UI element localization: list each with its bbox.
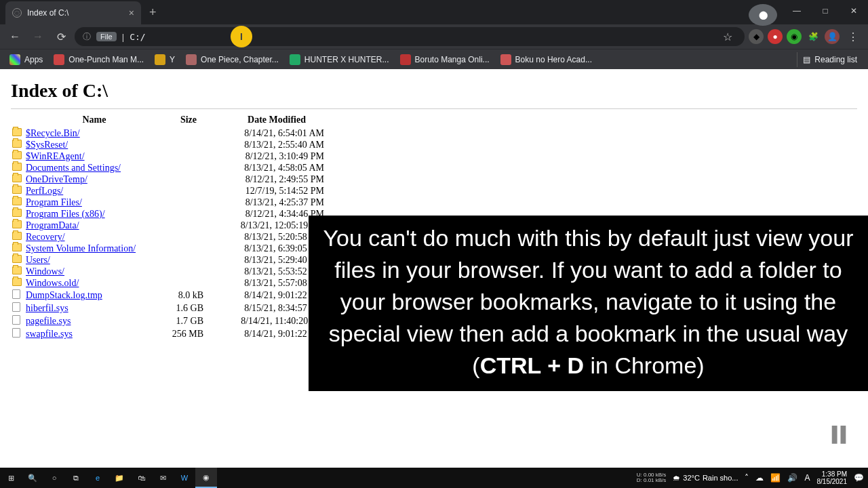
language-icon[interactable]: A — [804, 473, 810, 483]
entry-link[interactable]: Windows/ — [26, 266, 64, 277]
entry-size — [160, 266, 228, 278]
chrome-menu-icon[interactable]: ⋮ — [844, 30, 863, 43]
entry-date: 12/7/19, 5:14:52 PM — [228, 186, 336, 197]
bookmarks-bar: Apps One-Punch Man M...YOne Piece, Chapt… — [0, 49, 868, 69]
entry-date: 8/13/21, 2:55:40 AM — [228, 140, 336, 151]
entry-link[interactable]: Recovery/ — [26, 232, 65, 242]
wifi-icon[interactable]: 📶 — [770, 473, 781, 483]
reload-button[interactable]: ⟳ — [52, 27, 71, 46]
page-title: Index of C:\ — [11, 80, 857, 102]
entry-link[interactable]: Program Files/ — [26, 197, 82, 207]
entry-link[interactable]: System Volume Information/ — [26, 243, 136, 253]
weather-icon: 🌧 — [673, 474, 680, 482]
table-row: Users/8/13/21, 5:29:40 AM — [11, 255, 336, 266]
start-button[interactable]: ⊞ — [0, 468, 22, 488]
entry-link[interactable]: pagefile.sys — [26, 316, 71, 326]
entry-link[interactable]: $Recycle.Bin/ — [26, 128, 80, 138]
table-row: hiberfil.sys1.6 GB8/15/21, 8:34:57 AM — [11, 302, 336, 315]
cortana-icon[interactable]: ○ — [43, 468, 65, 488]
table-row: PerfLogs/12/7/19, 5:14:52 PM — [11, 186, 336, 197]
entry-link[interactable]: PerfLogs/ — [26, 186, 63, 196]
word-icon[interactable]: W — [174, 468, 195, 488]
folder-icon — [12, 128, 22, 136]
page-content: Index of C:\ Name Size Date Modified $Re… — [0, 69, 868, 468]
clock[interactable]: 1:38 PM 8/15/2021 — [817, 470, 848, 485]
bookmark-star-icon[interactable]: ☆ — [719, 30, 736, 43]
entry-link[interactable]: ProgramData/ — [26, 220, 79, 230]
tray-chevron-icon[interactable]: ˄ — [745, 473, 749, 483]
extension-icon-2[interactable]: ● — [768, 29, 783, 44]
titlebar: ◌ Index of C:\ × + ⬤ — □ ✕ — [0, 0, 868, 24]
folder-icon — [12, 209, 22, 217]
entry-size — [160, 163, 228, 174]
address-bar[interactable]: ⓘ File | C:/ I ☆ — [75, 27, 745, 46]
bookmark-item[interactable]: HUNTER X HUNTER... — [285, 52, 393, 68]
search-icon[interactable]: 🔍 — [22, 468, 43, 488]
extensions-puzzle-icon[interactable]: 🧩 — [806, 29, 821, 44]
entry-link[interactable]: Program Files (x86)/ — [26, 209, 105, 219]
url-text: C:/ — [130, 32, 145, 42]
mail-icon[interactable]: ✉ — [152, 468, 174, 488]
bookmark-item[interactable]: Boku no Hero Acad... — [496, 52, 596, 68]
bookmark-item[interactable]: Boruto Manga Onli... — [396, 52, 494, 68]
extension-icon-3[interactable]: ◉ — [787, 29, 802, 44]
entry-link[interactable]: Windows.old/ — [26, 278, 79, 288]
entry-date: 8/14/21, 6:54:01 AM — [228, 128, 336, 140]
col-size: Size — [160, 113, 228, 128]
entry-date: 8/13/21, 4:58:05 AM — [228, 163, 336, 174]
entry-link[interactable]: Users/ — [26, 255, 50, 265]
close-window-button[interactable]: ✕ — [840, 0, 868, 22]
entry-link[interactable]: swapfile.sys — [26, 329, 73, 339]
entry-size: 8.0 kB — [160, 289, 228, 302]
notifications-icon[interactable]: 💬 — [854, 473, 864, 483]
tab-title: Index of C:\ — [27, 8, 68, 18]
entry-link[interactable]: OneDriveTemp/ — [26, 174, 87, 184]
bookmark-item[interactable]: One Piece, Chapter... — [182, 52, 283, 68]
col-name: Name — [24, 113, 160, 128]
task-view-icon[interactable]: ⧉ — [65, 468, 87, 488]
entry-link[interactable]: $SysReset/ — [26, 140, 68, 150]
file-explorer-icon[interactable]: 📁 — [108, 468, 130, 488]
tab-close-icon[interactable]: × — [129, 7, 134, 18]
table-row: Recovery/8/13/21, 5:20:58 AM — [11, 232, 336, 243]
file-icon — [12, 328, 20, 338]
overlay-text-bold: CTRL + D — [480, 352, 584, 378]
volume-icon[interactable]: 🔊 — [787, 473, 797, 483]
browser-tab[interactable]: ◌ Index of C:\ × — [5, 1, 141, 24]
bookmark-item[interactable]: Y — [151, 52, 179, 68]
apps-shortcut[interactable]: Apps — [5, 52, 47, 68]
back-button[interactable]: ← — [5, 27, 24, 46]
profile-avatar[interactable]: 👤 — [825, 29, 840, 44]
edge-icon[interactable]: e — [87, 468, 108, 488]
entry-size — [160, 151, 228, 163]
reading-list-button[interactable]: ▤ Reading list — [797, 52, 863, 67]
table-row: $SysReset/8/13/21, 2:55:40 AM — [11, 140, 336, 151]
extension-icon-1[interactable]: ◆ — [749, 29, 764, 44]
table-row: ProgramData/8/13/21, 12:05:19 PM — [11, 220, 336, 232]
minimize-button[interactable]: — — [783, 0, 811, 22]
entry-link[interactable]: $WinREAgent/ — [26, 151, 85, 161]
entry-size — [160, 232, 228, 243]
new-tab-button[interactable]: + — [141, 0, 165, 25]
entry-link[interactable]: DumpStack.log.tmp — [26, 290, 102, 300]
entry-link[interactable]: Documents and Settings/ — [26, 163, 121, 173]
date-text: 8/15/2021 — [817, 478, 848, 485]
maximize-button[interactable]: □ — [811, 0, 840, 22]
entry-size — [160, 140, 228, 151]
onedrive-icon[interactable]: ☁ — [755, 473, 764, 483]
weather-widget[interactable]: 🌧 32°C Rain sho... — [673, 474, 738, 482]
bookmark-item[interactable]: One-Punch Man M... — [50, 52, 148, 68]
chrome-taskbar-icon[interactable]: ◉ — [195, 468, 217, 488]
forward-button[interactable]: → — [28, 27, 47, 46]
chrome-profile-icon[interactable]: ⬤ — [749, 4, 777, 26]
url-sep: | — [122, 32, 124, 42]
folder-icon — [12, 243, 22, 251]
entry-link[interactable]: hiberfil.sys — [26, 303, 68, 313]
entry-size: 1.6 GB — [160, 302, 228, 315]
folder-icon — [12, 278, 22, 286]
store-icon[interactable]: 🛍 — [130, 468, 152, 488]
entry-size: 1.7 GB — [160, 315, 228, 328]
file-icon — [12, 315, 20, 325]
entry-date: 8/12/21, 2:49:55 PM — [228, 174, 336, 186]
site-info-icon[interactable]: ⓘ — [83, 31, 91, 43]
